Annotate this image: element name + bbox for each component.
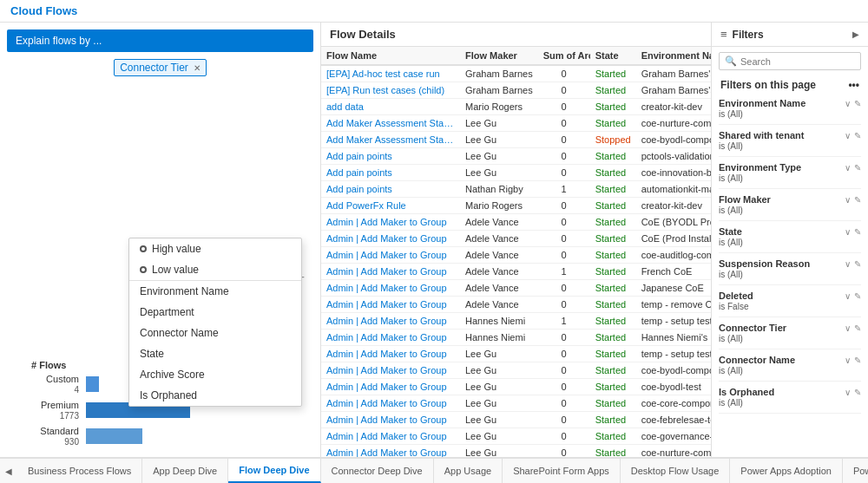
tab-flow-deep-dive[interactable]: Flow Deep Dive — [228, 459, 320, 483]
cell-flow-maker: Graham Barnes — [460, 65, 538, 82]
filter-chevron-5[interactable]: ∨ — [845, 259, 851, 269]
cell-flow-name[interactable]: Add Maker Assessment Starter Data — [321, 132, 460, 148]
menu-item-connector-name[interactable]: Connector Name — [129, 323, 301, 343]
cell-flow-name[interactable]: Admin | Add Maker to Group — [321, 231, 460, 247]
cell-flow-name[interactable]: Admin | Add Maker to Group — [321, 247, 460, 264]
cell-flow-name[interactable]: Admin | Add Maker to Group — [321, 330, 460, 346]
cell-archive-score: 0 — [538, 346, 590, 362]
filter-value-5: is (All) — [719, 270, 861, 279]
cell-flow-name[interactable]: Admin | Add Maker to Group — [321, 362, 460, 379]
cell-flow-name[interactable]: Admin | Add Maker to Group — [321, 346, 460, 362]
cell-flow-name[interactable]: Admin | Add Maker to Group — [321, 428, 460, 445]
cell-archive-score: 0 — [538, 297, 590, 313]
filter-edit-2[interactable]: ✎ — [854, 163, 861, 173]
cell-flow-name[interactable]: [EPA] Ad-hoc test case run — [321, 65, 460, 82]
connector-tier-remove-button[interactable]: ✕ — [194, 63, 201, 73]
menu-item-low-value[interactable]: Low value — [129, 259, 301, 281]
filter-chevron-8[interactable]: ∨ — [845, 356, 851, 365]
menu-item-archive-score[interactable]: Archive Score — [129, 364, 301, 385]
tab-app-usage[interactable]: App Usage — [434, 459, 503, 483]
filter-chevron-9[interactable]: ∨ — [845, 388, 851, 397]
cell-flow-name[interactable]: [EPA] Run test cases (child) — [321, 82, 460, 99]
cell-flow-name[interactable]: Admin | Add Maker to Group — [321, 395, 460, 412]
cell-flow-maker: Adele Vance — [460, 247, 538, 264]
cell-flow-maker: Lee Gu — [460, 148, 538, 165]
filters-collapse-button[interactable]: ▶ — [852, 29, 859, 39]
table-row: Add pain points Nathan Rigby 1 Started a… — [321, 181, 711, 198]
search-box[interactable]: 🔍 — [719, 52, 861, 70]
filter-chevron-6[interactable]: ∨ — [845, 291, 851, 301]
cell-env-name: Hannes Niemi's Environment — [636, 330, 711, 346]
filter-edit-4[interactable]: ✎ — [854, 227, 861, 237]
col-header-flow-name[interactable]: Flow Name — [321, 47, 460, 65]
filter-item-header-5: Suspension Reason ∨ ✎ — [719, 258, 861, 269]
table-row: Add pain points Lee Gu 0 Started coe-inn… — [321, 165, 711, 181]
filters-more-icon[interactable]: ••• — [848, 79, 859, 91]
tab-business-process[interactable]: Business Process Flows — [17, 459, 142, 483]
cell-archive-score: 0 — [538, 65, 590, 82]
cell-flow-maker: Lee Gu — [460, 412, 538, 428]
filter-chevron-2[interactable]: ∨ — [845, 163, 851, 173]
explain-box[interactable]: Explain flows by ... — [7, 29, 313, 52]
cell-flow-name[interactable]: Admin | Add Maker to Group — [321, 445, 460, 458]
search-input[interactable] — [740, 56, 855, 67]
cell-flow-name[interactable]: Add Maker Assessment Starter Data — [321, 115, 460, 132]
tab-desktop-flow-usage[interactable]: Desktop Flow Usage — [621, 459, 731, 483]
cell-flow-name[interactable]: add data — [321, 99, 460, 115]
filter-item-6: Deleted ∨ ✎ is False — [719, 285, 861, 317]
menu-item-department[interactable]: Department — [129, 302, 301, 323]
cell-flow-name[interactable]: Add pain points — [321, 181, 460, 198]
cell-flow-name[interactable]: Admin | Add Maker to Group — [321, 379, 460, 395]
cell-env-name: CoE (Prod Install) — [636, 231, 711, 247]
table-row: Admin | Add Maker to Group Lee Gu 0 Star… — [321, 379, 711, 395]
filter-chevron-0[interactable]: ∨ — [845, 99, 851, 108]
cell-flow-name[interactable]: Admin | Add Maker to Group — [321, 280, 460, 297]
filters-list: Environment Name ∨ ✎ is (All) Shared wit… — [712, 93, 868, 457]
bar-label-standard: Standard930 — [31, 426, 79, 447]
filter-edit-3[interactable]: ✎ — [854, 195, 861, 205]
cell-flow-name[interactable]: Admin | Add Maker to Group — [321, 412, 460, 428]
menu-item-archive-label: Archive Score — [140, 369, 205, 381]
cell-archive-score: 0 — [538, 412, 590, 428]
col-header-archive-score[interactable]: Sum of Archive Score — [538, 47, 590, 65]
filter-edit-5[interactable]: ✎ — [854, 259, 861, 269]
filter-chevron-7[interactable]: ∨ — [845, 323, 851, 333]
filter-chevron-4[interactable]: ∨ — [845, 227, 851, 237]
filter-chevron-1[interactable]: ∨ — [845, 131, 851, 140]
filter-edit-8[interactable]: ✎ — [854, 356, 861, 365]
tab-power[interactable]: Power — [843, 459, 868, 483]
cell-flow-name[interactable]: Admin | Add Maker to Group — [321, 214, 460, 231]
tab-connector-deep-dive[interactable]: Connector Deep Dive — [321, 459, 434, 483]
table-row: Add Maker Assessment Starter Data Lee Gu… — [321, 132, 711, 148]
flow-details-table-scroll[interactable]: Flow Name Flow Maker Sum of Archive Scor… — [321, 47, 711, 457]
col-header-state[interactable]: State — [590, 47, 636, 65]
cell-env-name: creator-kit-dev — [636, 99, 711, 115]
tab-sharepoint-form-apps[interactable]: SharePoint Form Apps — [503, 459, 621, 483]
filter-edit-0[interactable]: ✎ — [854, 99, 861, 108]
menu-item-high-value[interactable]: High value — [129, 238, 301, 259]
cell-flow-name[interactable]: Admin | Add Maker to Group — [321, 297, 460, 313]
tab-power-apps-adoption[interactable]: Power Apps Adoption — [730, 459, 843, 483]
filter-chevron-3[interactable]: ∨ — [845, 195, 851, 205]
col-header-flow-maker[interactable]: Flow Maker — [460, 47, 538, 65]
cell-env-name: coe-auditlog-components-dev — [636, 247, 711, 264]
filter-edit-1[interactable]: ✎ — [854, 131, 861, 140]
right-panel: ≡ Filters ▶ 🔍 Filters on this page ••• E… — [712, 23, 868, 457]
col-header-env-name[interactable]: Environment Name — [636, 47, 711, 65]
cell-flow-name[interactable]: Add pain points — [321, 148, 460, 165]
filter-edit-6[interactable]: ✎ — [854, 291, 861, 301]
table-row: Admin | Add Maker to Group Adele Vance 0… — [321, 231, 711, 247]
tab-nav-left-button[interactable]: ◀ — [0, 459, 17, 483]
cell-flow-name[interactable]: Admin | Add Maker to Group — [321, 264, 460, 280]
menu-item-environment-name[interactable]: Environment Name — [129, 281, 301, 302]
filter-actions-5: ∨ ✎ — [845, 259, 861, 269]
filter-edit-9[interactable]: ✎ — [854, 388, 861, 397]
cell-flow-name[interactable]: Add PowerFx Rule — [321, 198, 460, 214]
cell-flow-name[interactable]: Add pain points — [321, 165, 460, 181]
tab-app-deep-dive[interactable]: App Deep Dive — [142, 459, 228, 483]
filter-name-5: Suspension Reason — [719, 258, 810, 269]
menu-item-state[interactable]: State — [129, 343, 301, 364]
menu-item-is-orphaned[interactable]: Is Orphaned — [129, 385, 301, 406]
filter-edit-7[interactable]: ✎ — [854, 323, 861, 333]
cell-flow-name[interactable]: Admin | Add Maker to Group — [321, 313, 460, 330]
